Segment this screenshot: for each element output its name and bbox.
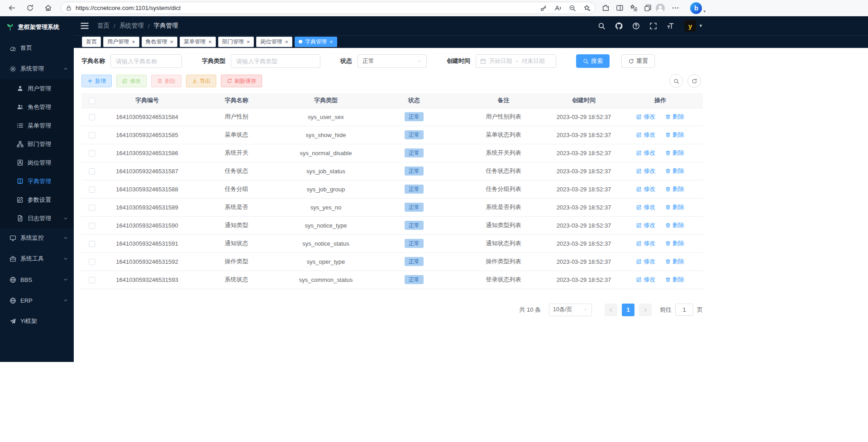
row-delete-link[interactable]: 删除 [665, 167, 684, 175]
row-edit-link[interactable]: 修改 [636, 257, 655, 266]
cell-dict-type-link[interactable]: sys_job_status [281, 162, 371, 180]
fullscreen-icon[interactable] [649, 22, 657, 30]
url-text[interactable]: https://ccnetcore.com:1101/system/dict [76, 5, 181, 11]
row-checkbox[interactable] [89, 150, 95, 157]
sidebar-item-6[interactable]: 岗位管理 [0, 153, 74, 172]
page-number-current[interactable]: 1 [622, 304, 634, 316]
cell-dict-type-link[interactable]: sys_oper_type [281, 252, 371, 271]
github-icon[interactable] [615, 22, 623, 30]
row-edit-link[interactable]: 修改 [636, 276, 655, 284]
tab-5[interactable]: 岗位管理 × [256, 37, 292, 47]
close-icon[interactable]: × [247, 39, 250, 45]
cell-dict-type-link[interactable]: sys_notice_type [281, 216, 371, 234]
row-checkbox[interactable] [89, 241, 95, 247]
row-checkbox[interactable] [89, 259, 95, 265]
refresh-icon[interactable] [23, 1, 37, 15]
row-delete-link[interactable]: 删除 [665, 203, 684, 211]
close-icon[interactable]: × [132, 39, 135, 45]
cell-dict-type-link[interactable]: sys_yes_no [281, 198, 371, 216]
tab-2[interactable]: 角色管理 × [142, 37, 178, 47]
star-plus-icon[interactable] [583, 5, 591, 12]
prev-page-button[interactable] [605, 304, 617, 316]
goto-page-input[interactable] [675, 304, 693, 316]
home-icon[interactable] [41, 1, 55, 15]
chevron-down-icon[interactable]: ▼ [699, 24, 703, 28]
row-edit-link[interactable]: 修改 [636, 131, 655, 139]
add-button[interactable]: 新增 [81, 75, 112, 87]
row-edit-link[interactable]: 修改 [636, 113, 655, 121]
close-icon[interactable]: × [208, 39, 212, 45]
row-checkbox[interactable] [89, 186, 95, 193]
profile-icon[interactable] [655, 3, 665, 13]
close-icon[interactable]: × [285, 39, 288, 45]
dict-name-input[interactable] [110, 54, 182, 68]
sidebar-item-5[interactable]: 部门管理 [0, 135, 74, 153]
sidebar-item-0[interactable]: 首页 [0, 38, 74, 58]
dict-type-input[interactable] [231, 54, 320, 68]
user-avatar[interactable]: y [684, 20, 696, 32]
reset-button[interactable]: 重置 [621, 54, 655, 68]
read-aloud-icon[interactable] [554, 5, 562, 12]
row-delete-link[interactable]: 删除 [665, 239, 684, 247]
close-icon[interactable]: × [329, 39, 333, 45]
sidebar-item-7[interactable]: 字典管理 [0, 172, 74, 190]
row-delete-link[interactable]: 删除 [665, 276, 684, 284]
cell-dict-type-link[interactable]: sys_show_hide [281, 126, 371, 144]
breadcrumb-item[interactable]: 系统管理 [119, 22, 144, 30]
address-bar[interactable]: https://ccnetcore.com:1101/system/dict [61, 2, 596, 14]
date-range-picker[interactable]: 开始日期 - 结束日期 [476, 54, 556, 68]
more-icon[interactable] [672, 4, 679, 12]
logo[interactable]: 意框架管理系统 [0, 16, 74, 38]
sidebar-item-2[interactable]: 用户管理 [0, 79, 74, 98]
delete-button[interactable]: 删除 [151, 75, 181, 87]
back-icon[interactable] [5, 1, 19, 15]
row-delete-link[interactable]: 删除 [665, 149, 684, 157]
cell-dict-type-link[interactable]: sys_normal_disable [281, 144, 371, 162]
key-icon[interactable] [540, 5, 547, 12]
sidebar-item-1[interactable]: 系统管理 [0, 58, 74, 79]
row-delete-link[interactable]: 删除 [665, 131, 684, 139]
row-delete-link[interactable]: 删除 [665, 185, 684, 193]
refresh-table-button[interactable] [687, 74, 701, 88]
export-button[interactable]: 导出 [186, 75, 216, 87]
select-all-checkbox[interactable] [89, 98, 95, 104]
row-delete-link[interactable]: 删除 [665, 221, 684, 229]
sidebar-item-14[interactable]: Yi框架 [0, 311, 74, 332]
toggle-search-button[interactable] [669, 74, 683, 88]
chevron-down-icon[interactable]: ▾ [703, 9, 706, 14]
row-edit-link[interactable]: 修改 [636, 149, 655, 157]
page-size-select[interactable]: 10条/页 [549, 304, 592, 316]
row-checkbox[interactable] [89, 223, 95, 229]
search-button[interactable]: 搜索 [576, 54, 610, 68]
row-checkbox[interactable] [89, 114, 95, 120]
tab-6[interactable]: 字典管理 × [295, 37, 337, 47]
edit-button[interactable]: 修改 [116, 75, 147, 87]
row-checkbox[interactable] [89, 204, 95, 211]
help-icon[interactable] [632, 22, 640, 30]
sidebar-item-11[interactable]: 系统工具 [0, 248, 74, 269]
row-edit-link[interactable]: 修改 [636, 203, 655, 211]
bing-button[interactable]: b [690, 2, 702, 14]
row-edit-link[interactable]: 修改 [636, 167, 655, 175]
font-size-icon[interactable] [667, 22, 674, 30]
row-delete-link[interactable]: 删除 [665, 113, 684, 121]
extensions-icon[interactable] [602, 4, 610, 12]
sidebar-item-8[interactable]: 参数设置 [0, 190, 74, 209]
tab-1[interactable]: 用户管理 × [103, 37, 139, 47]
sidebar-item-4[interactable]: 菜单管理 [0, 116, 74, 135]
row-edit-link[interactable]: 修改 [636, 239, 655, 247]
cell-dict-type-link[interactable]: sys_common_status [281, 271, 371, 289]
tab-4[interactable]: 部门管理 × [218, 37, 254, 47]
hamburger-icon[interactable] [80, 21, 89, 30]
cell-dict-type-link[interactable]: sys_notice_status [281, 234, 371, 252]
sidebar-item-12[interactable]: BBS [0, 269, 74, 290]
row-edit-link[interactable]: 修改 [636, 221, 655, 229]
split-screen-icon[interactable] [616, 4, 624, 12]
collections-icon[interactable] [644, 4, 652, 12]
tab-3[interactable]: 菜单管理 × [180, 37, 216, 47]
tab-0[interactable]: 首页 [82, 37, 101, 47]
close-icon[interactable]: × [170, 39, 174, 45]
zoom-out-icon[interactable] [569, 5, 576, 12]
sidebar-item-10[interactable]: 系统监控 [0, 228, 74, 248]
row-checkbox[interactable] [89, 277, 95, 283]
